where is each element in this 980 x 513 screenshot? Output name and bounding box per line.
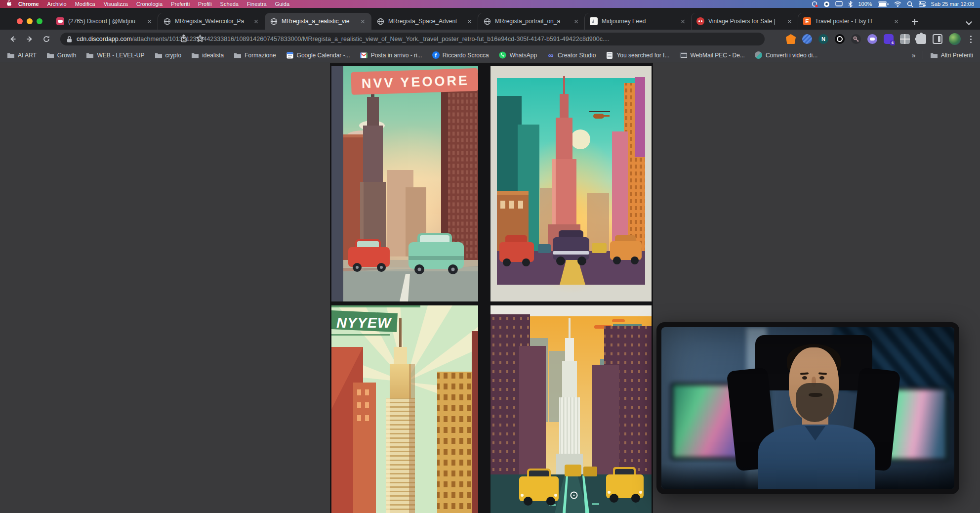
tab-vintage-posters[interactable]: Vintage Posters for Sale | xyxy=(692,13,798,30)
tab-close-icon[interactable] xyxy=(253,18,260,25)
bookmark-label: Riccardo Scrocca xyxy=(443,52,489,59)
blue-stripes-extension-icon[interactable] xyxy=(802,34,812,44)
menu-guida[interactable]: Guida xyxy=(275,0,289,8)
tab-title: MRregista_a_realistic_vie xyxy=(282,18,356,25)
back-button[interactable] xyxy=(7,33,19,45)
cloud-extension-icon[interactable] xyxy=(867,34,877,44)
tab-discord[interactable]: (2765) Discord | @Midjou xyxy=(51,13,158,30)
forward-button[interactable] xyxy=(24,33,36,45)
poster-image-bottom-left[interactable]: NYYEW xyxy=(331,305,478,513)
poster-image-top-left[interactable]: NVV YEOORE xyxy=(331,66,478,301)
menu-chrome[interactable]: Chrome xyxy=(18,0,39,8)
bookmark-label: Posta in arrivo - ri... xyxy=(371,52,422,59)
tab-etsy[interactable]: E Travel poster - Etsy IT xyxy=(798,13,905,30)
menu-archivio[interactable]: Archivio xyxy=(47,0,67,8)
new-tab-button[interactable] xyxy=(910,17,920,27)
poster-image-top-right[interactable] xyxy=(490,66,652,301)
menu-scheda[interactable]: Scheda xyxy=(220,0,239,8)
share-icon[interactable] xyxy=(180,34,188,43)
poster-image-bottom-right[interactable] xyxy=(490,305,652,513)
menu-profili[interactable]: Profili xyxy=(198,0,212,8)
apple-menu[interactable] xyxy=(6,0,11,8)
whatsapp-icon xyxy=(499,51,507,59)
tab-title: Travel poster - Etsy IT xyxy=(815,18,889,25)
tab-watercolor[interactable]: MRregista_Watercolor_Pa xyxy=(158,13,265,30)
menu-finestra[interactable]: Finestra xyxy=(247,0,267,8)
wifi-icon[interactable] xyxy=(894,1,901,7)
tab-close-icon[interactable] xyxy=(680,18,687,25)
metamask-extension-icon[interactable] xyxy=(786,34,796,44)
tab-close-icon[interactable] xyxy=(786,18,793,25)
tab-midjourney-feed[interactable]: Midjourney Feed xyxy=(585,13,692,30)
bookmark-search-result[interactable]: You searched for I... xyxy=(606,51,669,59)
display-icon[interactable] xyxy=(835,1,843,7)
tab-title: MRregista_Watercolor_Pa xyxy=(175,18,249,25)
profile-avatar[interactable] xyxy=(949,33,961,45)
folder-icon xyxy=(930,51,938,59)
bookmark-folder-ai-art[interactable]: AI ART xyxy=(7,51,37,59)
chrome-menu-icon[interactable] xyxy=(967,34,974,44)
bookmark-facebook-profile[interactable]: f Riccardo Scrocca xyxy=(432,51,489,59)
gmail-icon xyxy=(360,51,368,59)
bookmark-label: Google Calendar -... xyxy=(297,52,350,59)
reload-button[interactable] xyxy=(41,33,52,45)
menu-cronologia[interactable]: Cronologia xyxy=(136,0,163,8)
grid-extension-icon[interactable] xyxy=(900,34,910,44)
bookmark-star-icon[interactable] xyxy=(196,34,204,43)
tab-close-icon[interactable] xyxy=(466,18,473,25)
bookmark-video-converter[interactable]: Converti i video di... xyxy=(755,51,817,59)
shield-icon[interactable] xyxy=(823,1,830,7)
bookmark-whatsapp[interactable]: WhatsApp xyxy=(499,51,537,59)
menu-preferiti[interactable]: Preferiti xyxy=(171,0,190,8)
address-bar[interactable]: cdn.discordapp.com/attachments/101351233… xyxy=(60,33,765,45)
tab-realistic-view-active[interactable]: MRregista_a_realistic_vie xyxy=(265,13,371,30)
tab-close-icon[interactable] xyxy=(893,18,900,25)
window-zoom-button[interactable] xyxy=(37,18,42,24)
mail-icon xyxy=(679,51,687,59)
browser-tabbar: (2765) Discord | @Midjou MRregista_Water… xyxy=(0,8,980,30)
control-center-icon[interactable] xyxy=(919,1,926,7)
bookmark-creator-studio[interactable]: ∞ Creator Studio xyxy=(547,51,596,59)
side-panel-icon[interactable] xyxy=(933,34,942,44)
bookmark-label: Converti i video di... xyxy=(766,52,817,59)
bookmark-folder-growth[interactable]: Growth xyxy=(46,51,77,59)
poster-art-taxi-newyork xyxy=(490,305,652,513)
bookmark-gmail-inbox[interactable]: Posta in arrivo - ri... xyxy=(360,51,422,59)
menu-visualizza[interactable]: Visualizza xyxy=(104,0,128,8)
bookmark-folder-idealista[interactable]: idealista xyxy=(191,51,224,59)
tab-close-icon[interactable] xyxy=(573,18,580,25)
bookmarks-overflow-chevrons[interactable]: » xyxy=(912,51,916,59)
bookmark-webmail-pec[interactable]: WebMail PEC - De... xyxy=(679,51,744,59)
menu-modifica[interactable]: Modifica xyxy=(75,0,95,8)
menubar-clock[interactable]: Sab 25 mar 12:08 xyxy=(931,0,974,8)
screen-record-icon[interactable] xyxy=(812,1,818,7)
password-key-extension-icon[interactable] xyxy=(851,34,861,44)
black-circle-extension-icon[interactable] xyxy=(835,34,845,44)
tab-close-icon[interactable] xyxy=(146,18,153,25)
tab-space-adventure[interactable]: MRregista_Space_Advent xyxy=(371,13,478,30)
folder-icon xyxy=(234,51,242,59)
extensions-puzzle-icon[interactable] xyxy=(916,34,926,44)
bluetooth-icon[interactable] xyxy=(848,1,853,7)
tab-title: MRregista_Space_Advent xyxy=(388,18,462,25)
badged-extension-icon[interactable]: 6 xyxy=(884,34,894,44)
tab-search-chevron-icon[interactable] xyxy=(966,19,972,25)
omnibox-actions xyxy=(180,34,204,43)
bookmark-folder-formazione[interactable]: Formazione xyxy=(234,51,276,59)
n-extension-icon[interactable]: N xyxy=(818,34,828,44)
person-eye xyxy=(802,376,807,380)
folder-icon xyxy=(7,51,15,59)
other-bookmarks-folder[interactable]: Altri Preferiti xyxy=(930,51,973,59)
bookmark-google-calendar[interactable]: Google Calendar -... xyxy=(286,51,350,59)
tab-portrait[interactable]: MRregista_portrait_on_a xyxy=(478,13,585,30)
window-close-button[interactable] xyxy=(17,18,23,24)
lock-icon[interactable] xyxy=(66,36,73,43)
bookmark-folder-web-levelup[interactable]: WEB - LEVEL-UP xyxy=(86,51,144,59)
battery-icon[interactable] xyxy=(878,1,889,7)
window-minimize-button[interactable] xyxy=(27,18,33,24)
tab-close-icon[interactable] xyxy=(360,18,367,25)
bookmark-folder-crypto[interactable]: crypto xyxy=(155,51,182,59)
tab-title: (2765) Discord | @Midjou xyxy=(68,18,142,25)
spotlight-search-icon[interactable] xyxy=(907,1,913,7)
globe-favicon xyxy=(163,17,171,25)
